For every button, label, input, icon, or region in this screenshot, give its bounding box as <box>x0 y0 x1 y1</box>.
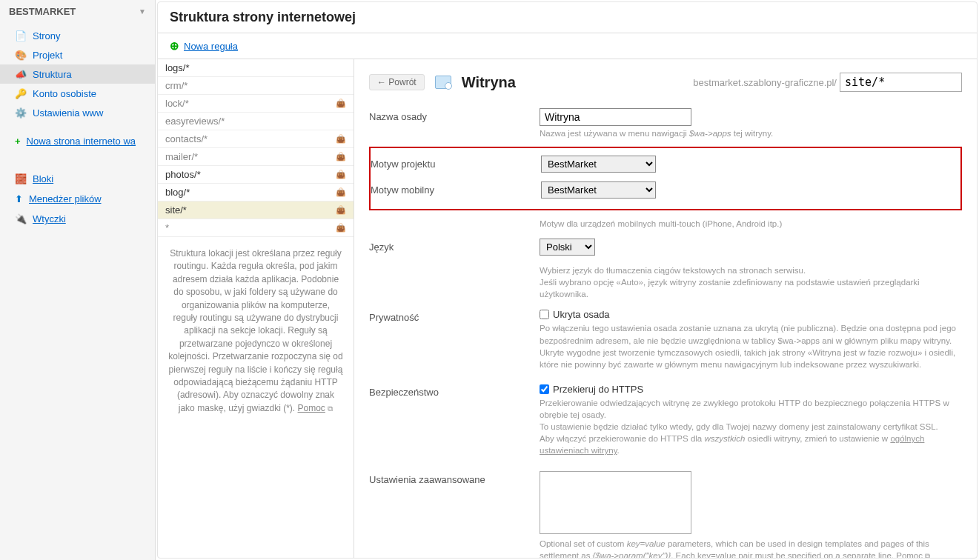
main-header: Struktura strony internetowej <box>158 2 977 33</box>
lang-hint: Wybierz język do tłumaczenia ciągów teks… <box>540 264 962 300</box>
rules-note: Struktura lokacji jest określana przez r… <box>158 237 354 425</box>
mobile-theme-select[interactable]: BestMarket <box>541 181 656 199</box>
cart-icon: 👜 <box>336 187 346 197</box>
advanced-label: Ustawienia zaawansowane <box>369 471 540 485</box>
sidebar-tool-label: Menedżer plików <box>29 193 102 204</box>
advanced-hint: Optional set of custom key=value paramet… <box>540 538 962 558</box>
lang-select[interactable]: Polski <box>540 239 595 256</box>
name-label: Nazwa osady <box>369 108 540 122</box>
domain-label: bestmarket.szablony-graficzne.pl/ <box>693 77 837 88</box>
help-link[interactable]: Pomoc <box>896 551 923 558</box>
cart-icon: 👜 <box>336 170 346 179</box>
palette-icon: 🎨 <box>15 49 27 61</box>
detail-title: Witryna <box>462 74 516 91</box>
sidebar-tool-label: Bloki <box>33 173 53 184</box>
lang-label: Język <box>369 239 540 253</box>
sidebar-item-label: Projekt <box>33 50 62 61</box>
share-icon: 📣 <box>15 68 27 80</box>
rule-label: mailer/* <box>165 151 198 162</box>
rule-label: crm/* <box>165 80 187 91</box>
privacy-checkbox[interactable] <box>540 310 549 319</box>
gear-icon: ⚙️ <box>15 107 27 119</box>
https-check-label: Przekieruj do HTTPS <box>553 384 643 395</box>
theme-select[interactable]: BestMarket <box>541 156 656 173</box>
rule-label: lock/* <box>165 98 189 109</box>
sidebar-brand[interactable]: BESTMARKET ▼ <box>0 0 155 23</box>
page-title: Struktura strony internetowej <box>170 10 965 25</box>
new-rule-bar: ⊕ Nowa reguła <box>158 33 977 59</box>
rule-item[interactable]: site/*👜 <box>158 201 354 219</box>
mobile-theme-label: Motyw mobilny <box>371 181 541 196</box>
sidebar-item-label: Strony <box>33 30 61 41</box>
plug-icon: 🔌 <box>15 213 27 224</box>
new-rule-link[interactable]: Nowa reguła <box>184 41 238 52</box>
sidebar-brand-label: BESTMARKET <box>9 6 76 17</box>
rule-label: contacts/* <box>165 133 208 144</box>
sidebar-item-pages[interactable]: 📄 Strony <box>0 26 155 45</box>
detail-panel: ← Powrót Witryna bestmarket.szablony-gra… <box>354 59 977 558</box>
cart-icon: 👜 <box>336 152 346 161</box>
caret-down-icon: ▼ <box>139 7 146 16</box>
sidebar-tool-label: Wtyczki <box>33 213 66 224</box>
cart-icon: 👜 <box>336 223 346 233</box>
rule-item[interactable]: crm/* <box>158 77 354 95</box>
sidebar-item-account[interactable]: 🔑 Konto osobiste <box>0 84 155 103</box>
rule-label: easyreviews/* <box>165 116 225 127</box>
name-input[interactable] <box>540 108 691 126</box>
sidebar-item-label: Ustawienia www <box>33 107 103 119</box>
sidebar-item-structure[interactable]: 📣 Struktura <box>0 64 155 84</box>
rule-label: blog/* <box>165 187 190 198</box>
rule-item[interactable]: blog/*👜 <box>158 184 354 201</box>
https-checkbox[interactable] <box>540 384 549 394</box>
rule-item[interactable]: photos/*👜 <box>158 166 354 184</box>
privacy-label: Prywatność <box>369 309 540 323</box>
rule-label: * <box>165 222 169 233</box>
sidebar-item-settings[interactable]: ⚙️ Ustawienia www <box>0 103 155 122</box>
sidebar-nav: 📄 Strony 🎨 Projekt 📣 Struktura 🔑 Konto o… <box>0 23 155 131</box>
cart-icon: 👜 <box>336 134 346 144</box>
site-icon <box>435 76 451 89</box>
sidebar: BESTMARKET ▼ 📄 Strony 🎨 Projekt 📣 Strukt… <box>0 0 156 560</box>
security-label: Bezpieczeństwo <box>369 384 540 398</box>
privacy-hint: Po włączeniu tego ustawienia osada zosta… <box>540 322 962 370</box>
back-button[interactable]: ← Powrót <box>369 74 425 90</box>
sidebar-item-label: Konto osobiste <box>33 88 96 99</box>
plus-icon: + <box>15 136 21 147</box>
name-hint: Nazwa jest używana w menu nawigacji $wa-… <box>540 127 962 139</box>
rule-item[interactable]: *👜 <box>158 219 354 237</box>
sidebar-item-project[interactable]: 🎨 Projekt <box>0 45 155 64</box>
rule-item[interactable]: contacts/*👜 <box>158 130 354 148</box>
external-link-icon: ⧉ <box>925 552 930 558</box>
external-link-icon: ⧉ <box>328 404 333 413</box>
sidebar-tool-plugins[interactable]: 🔌 Wtyczki <box>0 209 155 229</box>
key-icon: 🔑 <box>15 87 27 99</box>
url-input[interactable] <box>840 73 962 92</box>
new-site-link[interactable]: + Nowa strona interneto wa <box>0 131 155 151</box>
rule-item[interactable]: logs/* <box>158 59 354 77</box>
cart-icon: 👜 <box>336 205 346 215</box>
page-icon: 📄 <box>15 30 27 41</box>
upload-icon: ⬆ <box>15 193 23 204</box>
help-link[interactable]: Pomoc <box>298 403 325 413</box>
rules-list: logs/*crm/*lock/*👜easyreviews/*contacts/… <box>158 59 354 237</box>
cart-icon: 👜 <box>336 99 346 108</box>
privacy-check-label: Ukryta osada <box>553 309 610 320</box>
sidebar-tool-blocks[interactable]: 🧱 Bloki <box>0 169 155 189</box>
rule-item[interactable]: easyreviews/* <box>158 113 354 130</box>
rules-column: logs/*crm/*lock/*👜easyreviews/*contacts/… <box>158 59 354 558</box>
blocks-icon: 🧱 <box>15 173 27 184</box>
rule-label: site/* <box>165 204 187 216</box>
rule-item[interactable]: mailer/*👜 <box>158 148 354 166</box>
plus-icon: ⊕ <box>170 39 179 53</box>
sidebar-tool-filemanager[interactable]: ⬆ Menedżer plików <box>0 189 155 209</box>
rule-label: logs/* <box>165 62 190 73</box>
advanced-textarea[interactable] <box>540 471 691 534</box>
main: Struktura strony internetowej ⊕ Nowa reg… <box>157 1 978 559</box>
theme-highlight-box: Motyw projektu BestMarket Motyw mobilny … <box>369 147 962 210</box>
security-hint: Przekierowanie odwiedzających witrynę ze… <box>540 397 962 456</box>
mobile-hint: Motyw dla urządzeń mobilnych multi-touch… <box>540 218 962 230</box>
theme-label: Motyw projektu <box>371 156 541 170</box>
sidebar-item-label: Struktura <box>33 69 72 80</box>
new-site-label: Nowa strona interneto wa <box>27 136 136 147</box>
rule-item[interactable]: lock/*👜 <box>158 95 354 113</box>
